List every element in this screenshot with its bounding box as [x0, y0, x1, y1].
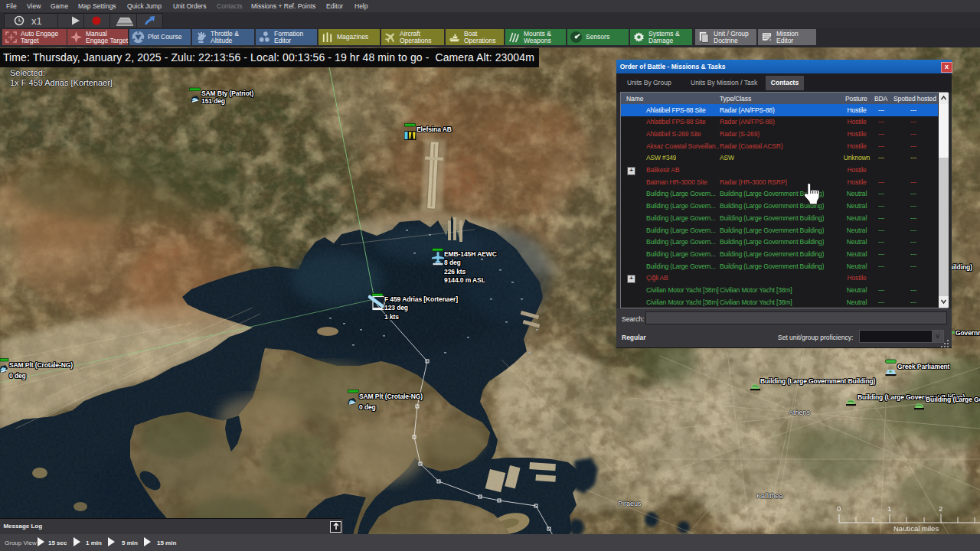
svg-text:0: 0 — [837, 504, 841, 513]
svg-text:x1: x1 — [31, 15, 42, 27]
svg-text:Nautical miles: Nautical miles — [893, 524, 939, 533]
svg-text:2: 2 — [939, 504, 942, 513]
svg-text:1: 1 — [887, 504, 891, 513]
